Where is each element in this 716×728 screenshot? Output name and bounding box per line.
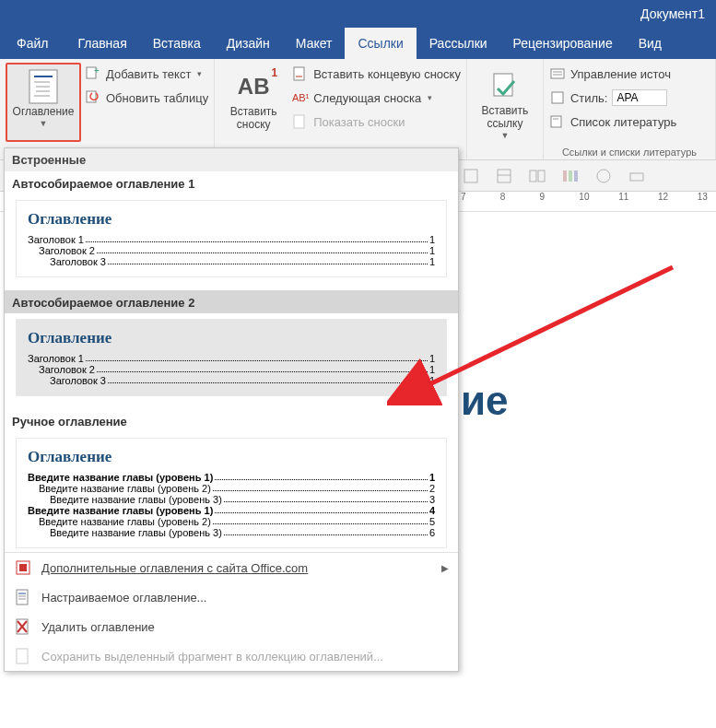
chevron-down-icon: ▼ — [40, 119, 48, 128]
svg-rect-17 — [551, 116, 561, 127]
bibliography-button[interactable]: Список литературь — [549, 111, 710, 133]
toc-label: Оглавление — [13, 105, 75, 118]
svg-text:+: + — [94, 66, 100, 76]
qat-icon-6[interactable] — [627, 166, 647, 186]
manual-row: Введите название главы (уровень 3)6 — [28, 527, 435, 538]
show-footnotes-button: Показать сноски — [292, 111, 461, 133]
dropdown-menu: Дополнительные оглавления с сайта Office… — [5, 552, 458, 671]
tab-home[interactable]: Главная — [65, 28, 139, 59]
ribbon-tabs: Файл Главная Вставка Дизайн Макет Ссылки… — [0, 28, 716, 59]
document-title: Документ1 — [640, 6, 705, 21]
custom-toc-icon — [14, 588, 32, 606]
svg-rect-23 — [538, 170, 545, 182]
manual-toc-preview[interactable]: Оглавление Введите название главы (урове… — [16, 438, 447, 548]
svg-rect-26 — [574, 170, 578, 182]
tab-review[interactable]: Рецензирование — [500, 28, 626, 59]
insert-endnote-button[interactable]: Вставить концевую сноску — [292, 63, 461, 85]
refresh-icon — [85, 89, 101, 106]
link-icon — [488, 68, 522, 104]
svg-point-27 — [597, 170, 610, 182]
svg-rect-13 — [551, 69, 564, 78]
svg-rect-22 — [530, 170, 536, 182]
chevron-down-icon: ▾ — [197, 69, 202, 78]
manage-sources-button[interactable]: Управление источ — [549, 63, 710, 85]
tab-view[interactable]: Вид — [626, 28, 675, 59]
save-selection-button: Сохранить выделенный фрагмент в коллекци… — [5, 641, 458, 671]
svg-rect-30 — [19, 564, 27, 571]
endnote-icon — [292, 65, 309, 82]
svg-rect-19 — [464, 170, 477, 182]
remove-icon — [14, 617, 32, 636]
tab-insert[interactable]: Вставка — [140, 28, 214, 59]
svg-rect-25 — [569, 170, 572, 182]
builtin-header: Встроенные — [5, 148, 458, 171]
manual-row: Введите название главы (уровень 1)1 — [28, 472, 435, 483]
tab-file[interactable]: Файл — [0, 28, 65, 59]
auto-toc-2-preview[interactable]: Оглавление Заголовок 11 Заголовок 21 Заг… — [16, 319, 447, 396]
svg-rect-28 — [630, 173, 643, 181]
qat-icon-4[interactable] — [560, 166, 581, 186]
insert-footnote-button[interactable]: AB1 Вставить сноску — [220, 63, 287, 142]
chevron-right-icon: ▶ — [441, 563, 449, 573]
manual-row: Введите название главы (уровень 1)4 — [28, 505, 435, 516]
title-bar: Документ1 — [0, 0, 716, 28]
sources-icon — [549, 65, 566, 82]
group-footnotes: AB1 Вставить сноску Вставить концевую сн… — [215, 59, 467, 159]
svg-rect-24 — [563, 170, 567, 182]
add-text-icon: + — [85, 65, 101, 82]
tab-mailings[interactable]: Рассылки — [417, 28, 500, 59]
chevron-down-icon: ▾ — [428, 93, 432, 102]
style-icon — [549, 89, 566, 106]
insert-link-button[interactable]: Вставить ссылку ▼ — [473, 63, 537, 142]
group-citations-label: Ссылки и списки литературь — [544, 147, 715, 158]
manual-row: Введите название главы (уровень 3)3 — [28, 494, 435, 505]
office-icon — [14, 558, 32, 577]
style-selector[interactable]: Стиль: — [549, 87, 710, 109]
group-citations: Управление источ Стиль: Список литератур… — [544, 59, 716, 159]
footnote-icon: AB1 — [237, 68, 270, 105]
more-from-office-button[interactable]: Дополнительные оглавления с сайта Office… — [5, 553, 458, 582]
toc-dropdown: Встроенные Автособираемое оглавление 1 О… — [4, 147, 459, 672]
add-text-button[interactable]: + Добавить текст ▾ — [85, 63, 208, 85]
auto-toc-1-preview[interactable]: Оглавление Заголовок 11 Заголовок 21 Заг… — [16, 200, 447, 277]
svg-rect-20 — [498, 170, 511, 182]
svg-line-39 — [424, 267, 673, 387]
group-toc: Оглавление ▼ + Добавить текст ▾ Обновить… — [0, 59, 215, 159]
show-notes-icon — [292, 113, 309, 130]
toc-icon — [27, 68, 60, 105]
svg-rect-11 — [294, 115, 304, 128]
tab-references[interactable]: Ссылки — [345, 28, 416, 59]
tab-design[interactable]: Дизайн — [214, 28, 283, 59]
auto-toc-1-header[interactable]: Автособираемое оглавление 1 — [5, 171, 458, 194]
svg-rect-16 — [552, 92, 563, 103]
custom-toc-button[interactable]: Настраиваемое оглавление... — [5, 582, 458, 612]
toc-button[interactable]: Оглавление ▼ — [6, 63, 81, 142]
chevron-down-icon: ▼ — [500, 131, 509, 140]
svg-rect-9 — [294, 67, 304, 80]
document-text: ие — [461, 378, 509, 424]
qat-icon-1[interactable] — [461, 166, 481, 186]
remove-toc-button[interactable]: Удалить оглавление — [5, 612, 458, 641]
manual-toc-header[interactable]: Ручное оглавление — [5, 409, 458, 432]
bibliography-icon — [549, 113, 566, 130]
next-footnote-icon: AB¹ — [292, 89, 309, 106]
tab-layout[interactable]: Макет — [283, 28, 346, 59]
manual-row: Введите название главы (уровень 2)2 — [28, 483, 435, 494]
style-input[interactable] — [612, 89, 667, 106]
manual-row: Введите название главы (уровень 2)5 — [28, 516, 435, 527]
qat-icon-5[interactable] — [593, 166, 614, 186]
next-footnote-button[interactable]: AB¹ Следующая сноска ▾ — [292, 87, 461, 109]
qat-icon-2[interactable] — [494, 166, 514, 186]
svg-rect-31 — [17, 590, 28, 605]
save-gallery-icon — [14, 647, 32, 665]
update-table-button[interactable]: Обновить таблицу — [85, 87, 208, 109]
auto-toc-2-header[interactable]: Автособираемое оглавление 2 — [5, 290, 458, 313]
svg-rect-38 — [17, 649, 28, 663]
qat-icon-3[interactable] — [527, 166, 547, 186]
ribbon: Оглавление ▼ + Добавить текст ▾ Обновить… — [0, 59, 716, 160]
group-link: Вставить ссылку ▼ — [467, 59, 544, 159]
